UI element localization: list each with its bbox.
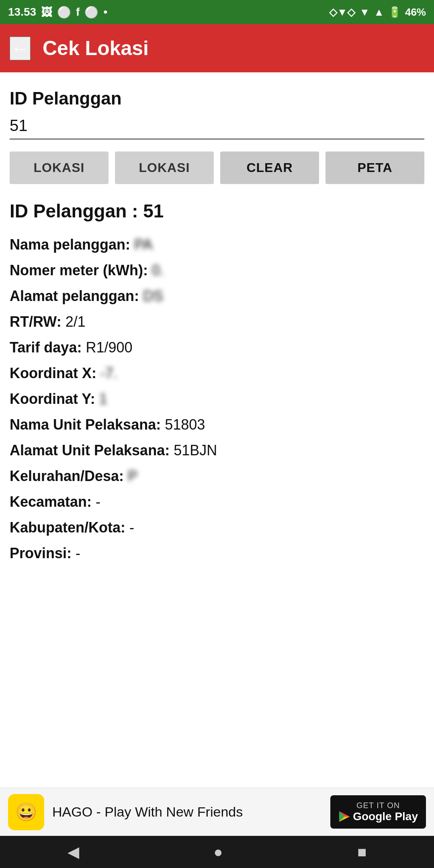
info-field-label: Alamat pelanggan: xyxy=(10,288,143,304)
play-logo-icon xyxy=(338,811,350,823)
info-field-label: RT/RW: xyxy=(10,313,66,330)
info-row: Koordinat Y: 1 xyxy=(10,388,424,410)
info-field-label: Kabupaten/Kota: xyxy=(10,519,129,536)
nav-bar: ◀ ● ■ xyxy=(0,836,434,868)
id-pelanggan-input[interactable] xyxy=(10,113,424,139)
lokasi2-button[interactable]: LOKASI xyxy=(115,151,214,184)
cell-icon: ▲ xyxy=(374,6,384,18)
info-field-label: Nama Unit Pelaksana: xyxy=(10,416,165,433)
blurred-value: P xyxy=(128,465,137,487)
info-field-value: P xyxy=(128,468,137,484)
app-bar: ← Cek Lokasi xyxy=(0,24,434,72)
info-field-label: Kecamatan: xyxy=(10,493,96,510)
blurred-value: 1 xyxy=(99,388,107,410)
ad-icon: 😀 xyxy=(8,794,44,830)
ad-banner[interactable]: 😀 HAGO - Play With New Friends GET IT ON… xyxy=(0,788,434,836)
info-row: Provinsi: - xyxy=(10,542,424,564)
info-field-label: Koordinat Y: xyxy=(10,391,99,407)
info-field-label: Nama pelanggan: xyxy=(10,236,134,253)
battery-icon: 🔋 xyxy=(388,6,401,18)
nav-recent-button[interactable]: ■ xyxy=(346,839,379,865)
peta-button[interactable]: PETA xyxy=(326,151,424,184)
blurred-value: -7. xyxy=(100,362,117,384)
status-bar-right: ◇▼◇ ▼ ▲ 🔋 46% xyxy=(329,6,426,18)
info-row: Koordinat X: -7. xyxy=(10,362,424,384)
info-row: Nomer meter (kWh): 0. xyxy=(10,260,424,281)
info-field-value: - xyxy=(96,493,100,510)
info-row: Kabupaten/Kota: - xyxy=(10,517,424,538)
status-bar-left: 13.53 🖼 ⚪ f ⚪ • xyxy=(8,6,107,19)
info-field-value: - xyxy=(129,519,134,536)
info-field-value: 51BJN xyxy=(174,442,217,459)
circle2-icon: ⚪ xyxy=(84,6,98,19)
facebook-icon: f xyxy=(76,6,80,18)
info-field-label: Tarif daya: xyxy=(10,339,86,356)
google-play-label: Google Play xyxy=(338,810,418,823)
info-row: Nama pelanggan: PA xyxy=(10,234,424,256)
info-field-value: 51803 xyxy=(165,416,205,433)
info-list: Nama pelanggan: PANomer meter (kWh): 0.A… xyxy=(10,234,424,564)
battery-percent: 46% xyxy=(405,6,426,18)
get-it-on-label: GET IT ON xyxy=(356,801,400,810)
info-field-label: Kelurahan/Desa: xyxy=(10,468,128,484)
info-field-value: 2/1 xyxy=(66,313,86,330)
google-play-button[interactable]: GET IT ON Google Play xyxy=(330,795,426,829)
main-content: ID Pelanggan LOKASI LOKASI CLEAR PETA ID… xyxy=(0,72,434,868)
id-pelanggan-label: ID Pelanggan xyxy=(10,88,424,108)
info-field-label: Provinsi: xyxy=(10,545,76,561)
info-field-value: DS xyxy=(143,288,163,304)
info-row: Kelurahan/Desa: P xyxy=(10,465,424,487)
info-row: Nama Unit Pelaksana: 51803 xyxy=(10,414,424,436)
info-row: RT/RW: 2/1 xyxy=(10,311,424,333)
info-field-label: Nomer meter (kWh): xyxy=(10,262,152,278)
status-time: 13.53 xyxy=(8,6,36,18)
ad-text: HAGO - Play With New Friends xyxy=(52,804,322,820)
google-play-text: Google Play xyxy=(353,810,418,823)
info-field-value: 1 xyxy=(99,391,107,407)
clear-button[interactable]: CLEAR xyxy=(220,151,319,184)
info-field-label: Alamat Unit Pelaksana: xyxy=(10,442,174,459)
hago-emoji: 😀 xyxy=(15,802,37,823)
nav-back-button[interactable]: ◀ xyxy=(55,839,91,865)
blurred-value: PA xyxy=(134,234,152,256)
info-row: Kecamatan: - xyxy=(10,491,424,513)
status-bar: 13.53 🖼 ⚪ f ⚪ • ◇▼◇ ▼ ▲ 🔋 46% xyxy=(0,0,434,24)
info-id-header: ID Pelanggan : 51 xyxy=(10,200,424,222)
info-row: Alamat Unit Pelaksana: 51BJN xyxy=(10,440,424,461)
blurred-value: 0. xyxy=(152,260,164,281)
circle-icon: ⚪ xyxy=(57,6,71,19)
back-button[interactable]: ← xyxy=(10,37,31,60)
info-field-value: - xyxy=(76,545,80,561)
wifi-icon: ▼ xyxy=(359,6,370,18)
info-field-value: PA xyxy=(134,236,152,253)
button-row: LOKASI LOKASI CLEAR PETA xyxy=(10,151,424,184)
app-bar-title: Cek Lokasi xyxy=(43,37,149,60)
info-row: Alamat pelanggan: DS xyxy=(10,285,424,307)
gallery-icon: 🖼 xyxy=(41,6,52,19)
info-field-value: 0. xyxy=(152,262,164,278)
nav-home-button[interactable]: ● xyxy=(202,839,235,865)
lokasi1-button[interactable]: LOKASI xyxy=(10,151,108,184)
info-row: Tarif daya: R1/900 xyxy=(10,337,424,358)
blurred-value: DS xyxy=(143,285,163,307)
info-field-value: R1/900 xyxy=(86,339,132,356)
info-field-value: -7. xyxy=(100,365,117,381)
info-field-label: Koordinat X: xyxy=(10,365,100,381)
dot-icon: • xyxy=(103,6,107,18)
signal-icon: ◇▼◇ xyxy=(329,6,356,18)
